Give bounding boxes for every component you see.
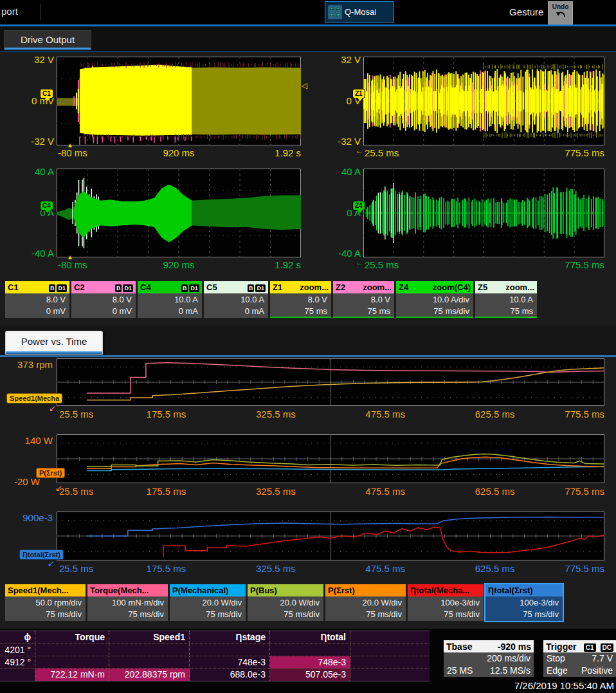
power-strip[interactable]: [57, 434, 604, 483]
table-cell: 4912 °: [0, 656, 35, 669]
z1-grid[interactable]: [363, 57, 604, 145]
descriptor-value: 100e-3/div: [408, 597, 480, 609]
table-row[interactable]: 4912 °748e-3748e-3: [0, 656, 430, 669]
descriptor-flag-B: B: [181, 284, 188, 292]
eta-strip-pan-arrow[interactable]: ↙: [48, 559, 55, 568]
trace-descriptor-PBus[interactable]: P(Bus)20.0 W/div75 ms/div: [248, 584, 323, 621]
table-cell: 748e-3: [190, 656, 270, 669]
trace-descriptor-Torque[interactable]: Torque(Mech...100 mN·m/div75 ms/div: [87, 584, 168, 621]
c1-grid-trigger-time-marker[interactable]: ▲: [67, 142, 73, 149]
descriptor-label: Speed1(Mech...: [8, 586, 69, 595]
measurement-table[interactable]: ϕTorqueSpeed1ȠstageȠtotal4201 °4912 °748…: [0, 631, 430, 681]
c1-grid-channel-badge[interactable]: C1: [40, 89, 53, 98]
trigger-mode: Stop: [547, 652, 565, 665]
descriptor-source: zoom...: [505, 282, 534, 292]
table-header: Speed1: [109, 631, 190, 644]
table-cell: [190, 644, 270, 656]
descriptor-value: 75 ms/div: [396, 306, 469, 317]
table-header: Ƞstage: [190, 631, 270, 644]
c4-grid-xlabel-0: -80 ms: [58, 259, 87, 270]
trace-descriptor-Speed1[interactable]: Speed1(Mech...50.0 rpm/div75 ms/div: [5, 584, 86, 621]
table-row[interactable]: 4201 °: [0, 644, 430, 656]
tab-power-vs-time-label: Power vs. Time: [21, 336, 87, 347]
tab-power-vs-time[interactable]: Power vs. Time: [5, 331, 103, 355]
trigger-level: 7.7 V: [592, 652, 613, 665]
channel-descriptor-Z5[interactable]: Z5zoom...10.0 A75 ms: [475, 281, 537, 318]
channel-descriptor-Z4[interactable]: Z4zoom(C4)10.0 A/div75 ms/div: [396, 281, 473, 318]
descriptor-label: P(Σrst): [328, 586, 355, 595]
channel-descriptor-C4[interactable]: C4BD110.0 A0 mA: [138, 281, 202, 318]
channel-descriptor-Z2[interactable]: Z2zoom...8.0 V75 ms: [333, 281, 394, 318]
timebase-panel[interactable]: Tbase -920 ms 200 ms/div 25 MS 12.5 MS/s: [444, 640, 534, 677]
power-strip-xlabel-2: 325.5 ms: [256, 486, 296, 497]
c4-grid-channel-badge[interactable]: C4: [40, 201, 53, 210]
z4-grid-pan-arrow[interactable]: ←: [356, 258, 363, 267]
table-row[interactable]: 722.12 mN·m202.88375 rpm688.0e-3507.05e-…: [0, 669, 430, 681]
z1-grid-channel-badge[interactable]: Z1: [352, 89, 365, 98]
trace-descriptor-EtaSigma[interactable]: Ƞtotal(Σrst)100e-3/div75 ms/div: [485, 584, 563, 621]
c4-grid-xlabel-2: 1.92 s: [275, 259, 301, 270]
table-cell: [350, 669, 430, 681]
z1-grid-ybot: -32 V: [321, 136, 361, 147]
table-cell: [350, 656, 430, 669]
eta-strip-xlabel-1: 175.5 ms: [147, 563, 186, 574]
speed-strip-pan-arrow[interactable]: ↙: [49, 403, 56, 413]
eta-strip[interactable]: [57, 512, 604, 560]
descriptor-label: C4: [140, 282, 151, 292]
descriptor-value: 8.0 V: [71, 294, 132, 306]
undo-button[interactable]: Undo: [548, 1, 573, 24]
descriptor-value: 75 ms: [475, 306, 533, 317]
q-mosaic-button[interactable]: Q-Mosai: [325, 1, 394, 23]
table-cell: [270, 644, 350, 656]
z4-grid-ybot: -40 A: [321, 248, 361, 259]
descriptor-value: 20.0 W/div: [170, 597, 242, 609]
trace-descriptor-EtaMech[interactable]: Ƞtotal(Mecha...100e-3/div75 ms/div: [408, 584, 484, 621]
tab-drive-output[interactable]: Drive Output: [4, 30, 91, 50]
badge-tail: [358, 98, 363, 101]
table-cell: 688.0e-3: [190, 669, 270, 681]
z4-grid-channel-badge[interactable]: Z4: [352, 201, 365, 210]
undo-arrow-icon: [555, 10, 566, 19]
z4-grid[interactable]: [363, 169, 604, 257]
c4-grid-ytop: 40 A: [14, 167, 54, 177]
badge-tail: [358, 210, 363, 213]
descriptor-value: 10.0 A: [204, 294, 264, 306]
table-cell: 4201 °: [0, 644, 35, 656]
table-cell: 748e-3: [270, 656, 350, 669]
descriptor-value: 75 ms: [270, 306, 327, 317]
power-strip-trace-badge[interactable]: P(Σrst): [36, 468, 65, 478]
c4-grid-trigger-time-marker[interactable]: ▲: [67, 254, 73, 261]
table-cell: [35, 644, 109, 656]
descriptor-flag-D1: D1: [123, 284, 133, 292]
c1-grid[interactable]: [57, 57, 301, 145]
descriptor-label: C1: [8, 282, 19, 292]
power-strip-xlabel-3: 475.5 ms: [365, 486, 405, 497]
table-cell: 722.12 mN·m: [35, 669, 109, 681]
power-strip-xlabel-1: 175.5 ms: [147, 486, 186, 497]
badge-tail: [45, 210, 50, 213]
descriptor-value: 8.0 V: [333, 294, 390, 306]
menu-item-port[interactable]: port: [1, 6, 18, 17]
c1-grid-trigger-level-marker[interactable]: ◁: [302, 81, 307, 90]
power-strip-ybot: -20 W: [14, 476, 40, 487]
trace-descriptor-PMechanical[interactable]: P(Mechanical)20.0 W/div75 ms/div: [170, 584, 246, 621]
trigger-slope: Positive: [581, 665, 613, 677]
z1-grid-pan-arrow[interactable]: ←: [356, 146, 363, 155]
channel-descriptor-C5[interactable]: C5BD110.0 A0 mA: [204, 281, 268, 318]
table-header-row: ϕTorqueSpeed1ȠstageȠtotal: [0, 631, 430, 644]
trace-descriptor-PSigma[interactable]: P(Σrst)20.0 W/div75 ms/div: [325, 584, 406, 621]
eta-strip-xlabel-5: 775.5 ms: [565, 563, 604, 574]
speed-strip-trace-badge[interactable]: Speed1(Mecha: [6, 393, 62, 403]
speed-strip-ytop: 373 rpm: [6, 359, 53, 370]
descriptor-flag-D1: D1: [255, 284, 266, 292]
channel-descriptor-C1[interactable]: C1BD18.0 V0 mV: [5, 281, 69, 318]
trigger-panel[interactable]: Trigger C1 DC Stop 7.7 V Edge Positive: [543, 640, 616, 677]
eta-strip-trace-badge[interactable]: Ƞtotal(Σrst): [19, 550, 64, 560]
speed-strip[interactable]: [57, 358, 604, 406]
channel-descriptor-C2[interactable]: C2BD18.0 V0 mV: [71, 281, 136, 318]
descriptor-value: 75 ms/div: [87, 609, 164, 620]
power-strip-pan-arrow[interactable]: ↙: [55, 483, 62, 493]
c4-grid[interactable]: [57, 169, 301, 257]
descriptor-value: 75 ms/div: [325, 609, 402, 620]
channel-descriptor-Z1[interactable]: Z1zoom...8.0 V75 ms: [270, 281, 331, 318]
